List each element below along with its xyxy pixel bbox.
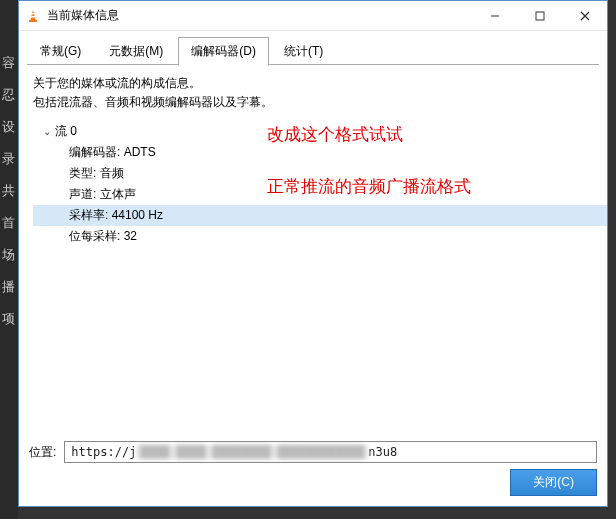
stream-node-label: 流 0 [55, 123, 77, 140]
media-info-window: 当前媒体信息 常规(G) 元数据(M) 编解码器(D) 统计(T) 关于您的媒体… [18, 0, 608, 507]
close-button[interactable]: 关闭(C) [510, 469, 597, 496]
titlebar: 当前媒体信息 [19, 1, 607, 31]
svg-rect-3 [31, 16, 36, 18]
description-line-1: 关于您的媒体或流的构成信息。 [33, 75, 593, 92]
svg-marker-0 [30, 10, 36, 21]
minimize-button[interactable] [472, 1, 517, 30]
maximize-button[interactable] [517, 1, 562, 30]
svg-rect-2 [31, 13, 35, 15]
codec-tab-content: 关于您的媒体或流的构成信息。 包括混流器、音频和视频编解码器以及字幕。 ⌄ 流 … [19, 65, 607, 435]
location-redacted: ████ ████ ████████ ████████████ [136, 445, 368, 459]
chevron-down-icon: ⌄ [43, 126, 53, 137]
tab-statistics[interactable]: 统计(T) [271, 37, 336, 65]
location-suffix: n3u8 [368, 445, 397, 459]
left-app-strip: 容忍设录共首场播项 [0, 0, 18, 519]
location-input[interactable]: https://j████ ████ ████████ ████████████… [64, 441, 597, 463]
tab-metadata[interactable]: 元数据(M) [96, 37, 176, 65]
close-button-label: 关闭(C) [533, 475, 574, 489]
description-line-2: 包括混流器、音频和视频编解码器以及字幕。 [33, 94, 593, 111]
prop-sample-rate[interactable]: 采样率: 44100 Hz [33, 205, 607, 226]
location-bar: 位置: https://j████ ████ ████████ ████████… [19, 435, 607, 469]
tabs: 常规(G) 元数据(M) 编解码器(D) 统计(T) [19, 31, 607, 65]
window-title: 当前媒体信息 [47, 7, 472, 24]
close-window-button[interactable] [562, 1, 607, 30]
prop-bits-per-sample[interactable]: 位每采样: 32 [67, 226, 593, 247]
annotation-2: 正常推流的音频广播流格式 [267, 175, 471, 198]
location-prefix: https://j [71, 445, 136, 459]
location-label: 位置: [29, 444, 56, 461]
window-controls [472, 1, 607, 30]
tab-general[interactable]: 常规(G) [27, 37, 94, 65]
annotation-1: 改成这个格式试试 [267, 123, 403, 146]
dialog-buttons: 关闭(C) [19, 469, 607, 506]
tab-codec[interactable]: 编解码器(D) [178, 37, 269, 66]
vlc-cone-icon [25, 8, 41, 24]
svg-rect-1 [29, 20, 37, 22]
svg-rect-5 [536, 12, 544, 20]
